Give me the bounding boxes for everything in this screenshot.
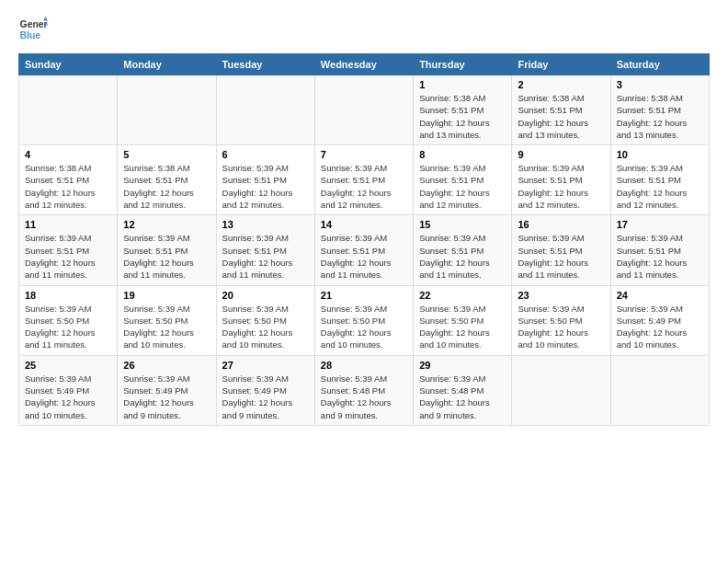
week-row-2: 4Sunrise: 5:38 AM Sunset: 5:51 PM Daylig… [19, 145, 710, 215]
week-row-5: 25Sunrise: 5:39 AM Sunset: 5:49 PM Dayli… [19, 355, 710, 425]
calendar-cell: 1Sunrise: 5:38 AM Sunset: 5:51 PM Daylig… [414, 75, 512, 145]
svg-text:Blue: Blue [20, 30, 41, 40]
calendar-cell: 9Sunrise: 5:39 AM Sunset: 5:51 PM Daylig… [512, 145, 610, 215]
header-cell-friday: Friday [512, 54, 610, 75]
calendar-cell: 5Sunrise: 5:38 AM Sunset: 5:51 PM Daylig… [118, 145, 216, 215]
calendar-cell: 24Sunrise: 5:39 AM Sunset: 5:49 PM Dayli… [610, 285, 709, 355]
day-number: 7 [321, 149, 407, 160]
calendar-cell: 3Sunrise: 5:38 AM Sunset: 5:51 PM Daylig… [610, 75, 709, 145]
day-info: Sunrise: 5:39 AM Sunset: 5:48 PM Dayligh… [321, 373, 407, 421]
calendar-cell: 25Sunrise: 5:39 AM Sunset: 5:49 PM Dayli… [19, 355, 118, 425]
calendar-cell: 28Sunrise: 5:39 AM Sunset: 5:48 PM Dayli… [314, 355, 413, 425]
day-info: Sunrise: 5:39 AM Sunset: 5:51 PM Dayligh… [222, 162, 309, 211]
day-info: Sunrise: 5:38 AM Sunset: 5:51 PM Dayligh… [419, 92, 506, 141]
day-info: Sunrise: 5:39 AM Sunset: 5:50 PM Dayligh… [25, 303, 111, 351]
day-info: Sunrise: 5:39 AM Sunset: 5:51 PM Dayligh… [25, 232, 111, 281]
day-info: Sunrise: 5:39 AM Sunset: 5:50 PM Dayligh… [518, 303, 604, 351]
day-number: 14 [321, 219, 407, 230]
day-info: Sunrise: 5:39 AM Sunset: 5:51 PM Dayligh… [419, 232, 506, 281]
calendar-table: SundayMondayTuesdayWednesdayThursdayFrid… [18, 53, 710, 426]
page-container: General Blue SundayMondayTuesdayWednesda… [0, 0, 728, 435]
day-info: Sunrise: 5:39 AM Sunset: 5:51 PM Dayligh… [222, 232, 309, 281]
day-info: Sunrise: 5:39 AM Sunset: 5:51 PM Dayligh… [617, 232, 703, 281]
calendar-cell: 8Sunrise: 5:39 AM Sunset: 5:51 PM Daylig… [414, 145, 512, 215]
calendar-cell [512, 355, 610, 425]
calendar-cell [216, 75, 314, 145]
day-number: 17 [617, 219, 703, 230]
day-number: 6 [222, 149, 309, 160]
day-info: Sunrise: 5:38 AM Sunset: 5:51 PM Dayligh… [518, 92, 604, 141]
header-cell-thursday: Thursday [414, 54, 512, 75]
calendar-cell: 29Sunrise: 5:39 AM Sunset: 5:48 PM Dayli… [414, 355, 512, 425]
day-info: Sunrise: 5:39 AM Sunset: 5:50 PM Dayligh… [321, 303, 407, 351]
day-number: 29 [419, 360, 506, 371]
logo: General Blue [18, 15, 48, 44]
calendar-cell [118, 75, 216, 145]
calendar-cell: 13Sunrise: 5:39 AM Sunset: 5:51 PM Dayli… [216, 215, 314, 285]
day-number: 28 [321, 360, 407, 371]
svg-marker-2 [43, 17, 48, 21]
day-number: 9 [518, 149, 604, 160]
day-info: Sunrise: 5:39 AM Sunset: 5:49 PM Dayligh… [25, 373, 111, 421]
day-info: Sunrise: 5:38 AM Sunset: 5:51 PM Dayligh… [25, 162, 111, 211]
day-number: 2 [518, 79, 604, 90]
header-cell-tuesday: Tuesday [216, 54, 314, 75]
day-number: 20 [222, 290, 309, 301]
day-info: Sunrise: 5:39 AM Sunset: 5:51 PM Dayligh… [518, 232, 604, 281]
calendar-cell [314, 75, 413, 145]
week-row-1: 1Sunrise: 5:38 AM Sunset: 5:51 PM Daylig… [19, 75, 710, 145]
day-number: 1 [419, 79, 506, 90]
calendar-cell [19, 75, 118, 145]
header: General Blue [18, 15, 710, 44]
day-number: 12 [123, 219, 210, 230]
calendar-cell: 12Sunrise: 5:39 AM Sunset: 5:51 PM Dayli… [118, 215, 216, 285]
day-info: Sunrise: 5:39 AM Sunset: 5:51 PM Dayligh… [321, 232, 407, 281]
calendar-cell: 23Sunrise: 5:39 AM Sunset: 5:50 PM Dayli… [512, 285, 610, 355]
day-number: 8 [419, 149, 506, 160]
calendar-cell: 19Sunrise: 5:39 AM Sunset: 5:50 PM Dayli… [118, 285, 216, 355]
calendar-cell: 11Sunrise: 5:39 AM Sunset: 5:51 PM Dayli… [19, 215, 118, 285]
day-number: 25 [25, 360, 111, 371]
calendar-cell: 20Sunrise: 5:39 AM Sunset: 5:50 PM Dayli… [216, 285, 314, 355]
week-row-4: 18Sunrise: 5:39 AM Sunset: 5:50 PM Dayli… [19, 285, 710, 355]
calendar-cell: 6Sunrise: 5:39 AM Sunset: 5:51 PM Daylig… [216, 145, 314, 215]
day-number: 16 [518, 219, 604, 230]
calendar-cell: 21Sunrise: 5:39 AM Sunset: 5:50 PM Dayli… [314, 285, 413, 355]
calendar-cell: 27Sunrise: 5:39 AM Sunset: 5:49 PM Dayli… [216, 355, 314, 425]
calendar-cell: 10Sunrise: 5:39 AM Sunset: 5:51 PM Dayli… [610, 145, 709, 215]
day-info: Sunrise: 5:39 AM Sunset: 5:51 PM Dayligh… [518, 162, 604, 211]
day-number: 3 [617, 79, 703, 90]
calendar-cell: 2Sunrise: 5:38 AM Sunset: 5:51 PM Daylig… [512, 75, 610, 145]
day-number: 11 [25, 219, 111, 230]
day-info: Sunrise: 5:39 AM Sunset: 5:51 PM Dayligh… [321, 162, 407, 211]
day-number: 22 [419, 290, 506, 301]
day-info: Sunrise: 5:39 AM Sunset: 5:49 PM Dayligh… [123, 373, 210, 421]
day-number: 10 [617, 149, 703, 160]
day-info: Sunrise: 5:39 AM Sunset: 5:49 PM Dayligh… [617, 303, 703, 351]
day-info: Sunrise: 5:39 AM Sunset: 5:50 PM Dayligh… [419, 303, 506, 351]
calendar-cell: 7Sunrise: 5:39 AM Sunset: 5:51 PM Daylig… [314, 145, 413, 215]
header-cell-saturday: Saturday [610, 54, 709, 75]
day-info: Sunrise: 5:39 AM Sunset: 5:51 PM Dayligh… [419, 162, 506, 211]
svg-text:General: General [20, 19, 48, 29]
day-info: Sunrise: 5:38 AM Sunset: 5:51 PM Dayligh… [123, 162, 210, 211]
calendar-cell: 17Sunrise: 5:39 AM Sunset: 5:51 PM Dayli… [610, 215, 709, 285]
day-number: 26 [123, 360, 210, 371]
calendar-cell [610, 355, 709, 425]
day-number: 5 [123, 149, 210, 160]
day-info: Sunrise: 5:39 AM Sunset: 5:49 PM Dayligh… [222, 373, 309, 421]
day-number: 15 [419, 219, 506, 230]
header-cell-wednesday: Wednesday [314, 54, 413, 75]
day-info: Sunrise: 5:39 AM Sunset: 5:50 PM Dayligh… [222, 303, 309, 351]
week-row-3: 11Sunrise: 5:39 AM Sunset: 5:51 PM Dayli… [19, 215, 710, 285]
day-number: 19 [123, 290, 210, 301]
day-number: 23 [518, 290, 604, 301]
calendar-cell: 26Sunrise: 5:39 AM Sunset: 5:49 PM Dayli… [118, 355, 216, 425]
header-cell-monday: Monday [118, 54, 216, 75]
calendar-header-row: SundayMondayTuesdayWednesdayThursdayFrid… [19, 54, 710, 75]
calendar-cell: 4Sunrise: 5:38 AM Sunset: 5:51 PM Daylig… [19, 145, 118, 215]
calendar-cell: 15Sunrise: 5:39 AM Sunset: 5:51 PM Dayli… [414, 215, 512, 285]
day-number: 24 [617, 290, 703, 301]
calendar-cell: 22Sunrise: 5:39 AM Sunset: 5:50 PM Dayli… [414, 285, 512, 355]
day-number: 18 [25, 290, 111, 301]
